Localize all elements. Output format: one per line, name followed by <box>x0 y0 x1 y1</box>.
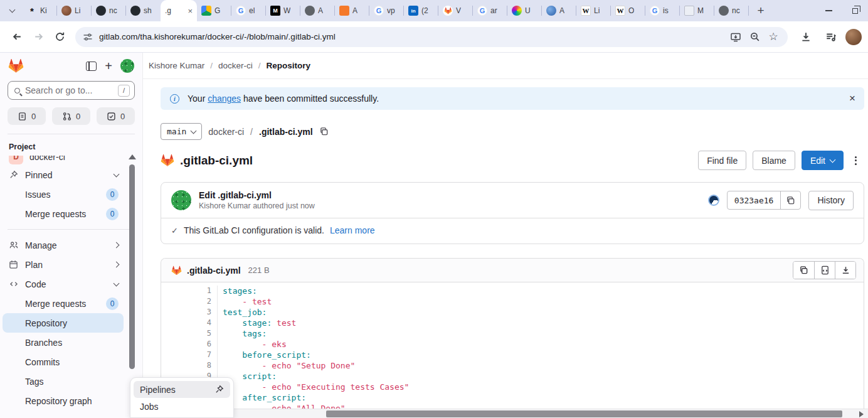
blame-button[interactable]: Blame <box>753 151 795 170</box>
line-number[interactable]: 5 <box>161 328 211 339</box>
browser-tab[interactable]: G <box>197 0 231 21</box>
browser-tab[interactable]: nc <box>92 0 126 21</box>
line-number[interactable]: 3 <box>161 307 211 318</box>
forward-button[interactable] <box>28 26 49 48</box>
code-line[interactable]: test_job: <box>223 307 409 318</box>
line-number[interactable]: 6 <box>161 339 211 350</box>
zoom-icon[interactable] <box>745 28 764 46</box>
media-playlist-button[interactable] <box>820 26 842 48</box>
scroll-right-arrow[interactable] <box>859 411 864 417</box>
browser-tab[interactable]: A <box>335 0 369 21</box>
sidebar-item-plan[interactable]: Plan <box>3 255 124 274</box>
new-tab-button[interactable]: + <box>751 1 770 20</box>
window-minimize-button[interactable] <box>815 0 842 21</box>
counter-mr[interactable]: 0 <box>52 107 90 125</box>
browser-tab[interactable]: V <box>438 0 473 21</box>
code-line[interactable]: - echo "Executing tests Cases" <box>223 382 409 392</box>
pin-icon[interactable] <box>214 385 224 394</box>
more-options-button[interactable] <box>850 153 862 169</box>
sidebar-item-repository[interactable]: Repository <box>3 313 124 333</box>
sidebar-item-repository-graph[interactable]: Repository graph <box>3 391 124 410</box>
menu-item-pipelines[interactable]: Pipelines <box>134 381 230 398</box>
browser-tab[interactable]: *Ki <box>23 0 57 21</box>
reload-button[interactable] <box>49 26 70 48</box>
find-file-button[interactable]: Find file <box>698 151 746 170</box>
browser-tab[interactable]: sh <box>126 0 161 21</box>
path-repo[interactable]: docker-ci <box>208 127 244 137</box>
copy-file-contents-button[interactable] <box>793 262 814 279</box>
commit-hash[interactable]: 0323ae16 <box>728 191 781 209</box>
line-number[interactable]: 2 <box>161 296 211 307</box>
code-lines[interactable]: stages: - testtest_job: stage: test tags… <box>218 286 409 418</box>
create-new-icon[interactable]: + <box>105 60 112 72</box>
counter-todo[interactable]: 0 <box>97 107 135 125</box>
bookmark-star-icon[interactable]: ☆ <box>764 28 783 46</box>
browser-tab[interactable]: nc <box>714 0 749 21</box>
browser-tab[interactable]: A <box>542 0 576 21</box>
sidebar-scrollbar[interactable] <box>129 164 135 369</box>
user-avatar[interactable] <box>120 59 134 73</box>
sidebar-item-commits[interactable]: Commits <box>3 352 124 372</box>
sidebar-item-tags[interactable]: Tags <box>3 372 124 391</box>
code-line[interactable]: - eks <box>223 339 409 350</box>
browser-tab[interactable]: MW <box>266 0 300 21</box>
browser-tab[interactable]: U <box>507 0 542 21</box>
browser-tab[interactable]: Gis <box>645 0 680 21</box>
line-number[interactable]: 7 <box>161 350 211 360</box>
sidebar-item-manage[interactable]: Manage <box>3 235 124 255</box>
menu-item-jobs[interactable]: Jobs <box>134 398 230 415</box>
sidebar-item-pinned[interactable]: Pinned <box>3 165 124 185</box>
browser-profile-avatar[interactable] <box>845 29 862 45</box>
sidebar-item-code[interactable]: Code <box>3 274 124 294</box>
browser-tab-active[interactable]: .g× <box>161 0 197 21</box>
code-line[interactable]: stage: test <box>223 318 409 328</box>
sidebar-item-merge-requests[interactable]: Merge requests0 <box>3 294 124 313</box>
install-app-icon[interactable] <box>726 28 745 46</box>
code-line[interactable]: script: <box>223 371 409 382</box>
browser-tab[interactable]: A <box>300 0 335 21</box>
back-button[interactable] <box>6 26 28 48</box>
browser-tab[interactable]: WLi <box>576 0 611 21</box>
line-number[interactable]: 4 <box>161 318 211 328</box>
learn-more-link[interactable]: Learn more <box>330 225 375 235</box>
breadcrumb-item[interactable]: Kishore Kumar <box>149 61 204 70</box>
pipeline-status-icon[interactable] <box>708 195 719 206</box>
tab-search-chevron-icon[interactable] <box>4 3 20 19</box>
browser-tab[interactable]: Gvp <box>369 0 404 21</box>
sidebar-scroll-up-arrow[interactable] <box>129 154 136 159</box>
sidebar-item-merge-requests[interactable]: Merge requests0 <box>3 204 124 223</box>
copy-path-icon[interactable] <box>319 127 329 136</box>
url-bar[interactable]: gitlab.com/tha.kishorekumar/docker-ci/-/… <box>75 27 788 47</box>
commit-author-avatar[interactable] <box>171 190 191 210</box>
line-number[interactable]: 8 <box>161 360 211 371</box>
horizontal-scrollbar[interactable] <box>143 409 868 418</box>
branch-selector[interactable]: main <box>161 123 202 140</box>
gitlab-logo[interactable] <box>8 58 24 73</box>
tab-close-icon[interactable]: × <box>188 7 193 15</box>
code-line[interactable]: - test <box>223 296 409 307</box>
browser-tab[interactable]: WO <box>611 0 645 21</box>
copy-hash-button[interactable] <box>780 191 800 209</box>
code-line[interactable]: before_script: <box>223 350 409 360</box>
code-line[interactable]: tags: <box>223 328 409 339</box>
sidebar-item-project[interactable]: D docker-ci <box>0 156 142 165</box>
changes-link[interactable]: changes <box>208 94 241 104</box>
horizontal-scrollbar-thumb[interactable] <box>326 410 842 417</box>
browser-tab[interactable]: Gel <box>231 0 266 21</box>
browser-tab[interactable]: M <box>680 0 714 21</box>
browser-tab[interactable]: in(2 <box>404 0 438 21</box>
window-restore-button[interactable] <box>842 0 868 21</box>
sidebar-item-branches[interactable]: Branches <box>3 333 124 352</box>
browser-tab[interactable]: Li <box>57 0 92 21</box>
url-text[interactable]: gitlab.com/tha.kishorekumar/docker-ci/-/… <box>99 32 726 41</box>
code-line[interactable]: after_script: <box>223 392 409 403</box>
history-button[interactable]: History <box>808 191 854 210</box>
code-line[interactable]: - echo "Setup Done" <box>223 360 409 371</box>
sidebar-item-issues[interactable]: Issues0 <box>3 185 124 204</box>
site-info-icon[interactable] <box>83 32 93 42</box>
counter-issues[interactable]: 0 <box>8 107 46 125</box>
collapse-sidebar-icon[interactable] <box>86 62 97 71</box>
downloads-button[interactable] <box>795 26 817 48</box>
commit-title[interactable]: Edit .gitlab-ci.yml <box>199 190 315 200</box>
edit-button[interactable]: Edit <box>802 151 844 170</box>
